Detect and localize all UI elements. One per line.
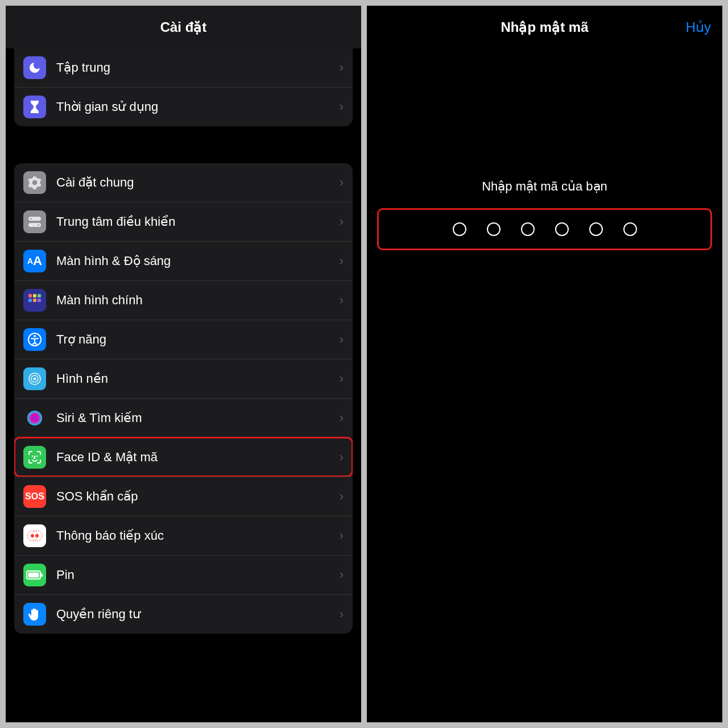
svg-point-16	[32, 456, 33, 457]
row-display[interactable]: AA Màn hình & Độ sáng ›	[14, 241, 353, 280]
row-label: Trung tâm điều khiển	[56, 214, 340, 229]
svg-rect-23	[28, 573, 39, 578]
chevron-right-icon: ›	[340, 411, 344, 425]
row-label: Trợ năng	[56, 332, 340, 347]
svg-rect-5	[33, 294, 36, 297]
row-accessibility[interactable]: Trợ năng ›	[14, 320, 353, 359]
settings-title: Cài đặt	[6, 6, 361, 48]
svg-point-15	[27, 411, 42, 425]
svg-rect-6	[38, 294, 41, 297]
svg-point-3	[37, 224, 40, 226]
gear-icon	[23, 171, 46, 194]
row-sos[interactable]: SOS SOS khẩn cấp ›	[14, 477, 353, 516]
chevron-right-icon: ›	[340, 175, 344, 190]
row-label: Hình nền	[56, 371, 340, 386]
svg-rect-4	[28, 294, 32, 297]
text-size-icon: AA	[23, 250, 46, 272]
switches-icon	[23, 210, 46, 233]
svg-rect-24	[41, 573, 43, 577]
chevron-right-icon: ›	[340, 293, 344, 308]
row-screentime[interactable]: Thời gian sử dụng ›	[14, 87, 353, 126]
faceid-icon	[23, 446, 46, 469]
row-wallpaper[interactable]: Hình nền ›	[14, 359, 353, 398]
row-exposure[interactable]: Thông báo tiếp xúc ›	[14, 516, 353, 555]
row-focus[interactable]: Tập trung ›	[14, 48, 353, 87]
home-screen-icon	[23, 289, 46, 312]
settings-section-2: Cài đặt chung › Trung tâm điều khiển › A…	[14, 163, 353, 634]
chevron-right-icon: ›	[340, 60, 344, 75]
row-homescreen[interactable]: Màn hình chính ›	[14, 280, 353, 320]
sos-icon: SOS	[23, 485, 46, 508]
chevron-right-icon: ›	[340, 100, 344, 114]
row-label: Pin	[56, 568, 340, 582]
passcode-dot	[589, 222, 603, 236]
row-control-center[interactable]: Trung tâm điều khiển ›	[14, 202, 353, 241]
passcode-dot	[555, 222, 569, 236]
siri-icon	[23, 407, 46, 429]
chevron-right-icon: ›	[340, 568, 344, 582]
row-label: Face ID & Mật mã	[56, 450, 340, 465]
row-label: Màn hình & Độ sáng	[56, 254, 340, 268]
row-general[interactable]: Cài đặt chung ›	[14, 163, 353, 202]
passcode-dot	[623, 222, 637, 236]
row-battery[interactable]: Pin ›	[14, 555, 353, 594]
row-label: Thông báo tiếp xúc	[56, 528, 340, 543]
chevron-right-icon: ›	[340, 450, 344, 465]
passcode-dot	[487, 222, 500, 236]
svg-rect-8	[33, 299, 36, 302]
chevron-right-icon: ›	[340, 254, 344, 268]
hand-icon	[23, 603, 46, 626]
exposure-icon	[23, 524, 46, 547]
settings-section-1: Tập trung › Thời gian sử dụng ›	[14, 48, 353, 126]
cancel-button[interactable]: Hủy	[686, 19, 711, 35]
battery-icon	[23, 564, 46, 586]
passcode-title: Nhập mật mã	[500, 19, 588, 35]
passcode-prompt: Nhập mật mã của bạn	[367, 179, 722, 194]
moon-icon	[23, 56, 46, 79]
svg-point-11	[34, 335, 36, 337]
settings-pane: Cài đặt Tập trung › Thời gian sử dụng ›	[6, 6, 361, 722]
chevron-right-icon: ›	[340, 214, 344, 229]
chevron-right-icon: ›	[340, 489, 344, 504]
svg-point-1	[30, 217, 32, 220]
row-label: Màn hình chính	[56, 293, 340, 308]
row-label: Cài đặt chung	[56, 175, 340, 190]
hourglass-icon	[23, 96, 46, 118]
svg-point-20	[31, 534, 34, 537]
row-label: Quyền riêng tư	[56, 607, 340, 622]
svg-rect-9	[38, 299, 41, 302]
svg-point-21	[35, 534, 39, 537]
row-privacy[interactable]: Quyền riêng tư ›	[14, 594, 353, 634]
chevron-right-icon: ›	[340, 371, 344, 386]
row-siri[interactable]: Siri & Tìm kiếm ›	[14, 398, 353, 437]
passcode-pane: Nhập mật mã Hủy Nhập mật mã của bạn	[367, 6, 722, 722]
row-label: Tập trung	[56, 60, 340, 75]
row-label: Thời gian sử dụng	[56, 100, 340, 114]
chevron-right-icon: ›	[340, 528, 344, 543]
svg-point-14	[34, 378, 36, 380]
passcode-dot	[521, 222, 535, 236]
row-label: Siri & Tìm kiếm	[56, 411, 340, 425]
passcode-dots[interactable]	[377, 208, 712, 250]
passcode-dot	[453, 222, 466, 236]
row-label: SOS khẩn cấp	[56, 489, 340, 504]
wallpaper-icon	[23, 367, 46, 390]
row-faceid[interactable]: Face ID & Mật mã ›	[14, 437, 353, 477]
accessibility-icon	[23, 328, 46, 351]
chevron-right-icon: ›	[340, 607, 344, 622]
passcode-header: Nhập mật mã Hủy	[367, 6, 722, 48]
chevron-right-icon: ›	[340, 332, 344, 347]
svg-point-17	[36, 456, 38, 457]
svg-rect-7	[28, 299, 32, 302]
